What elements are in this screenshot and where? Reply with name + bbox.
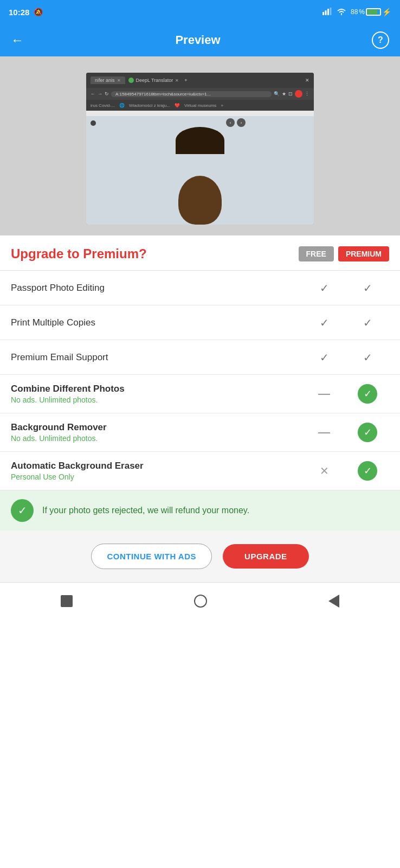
status-left: 10:28 🔕 <box>9 8 43 17</box>
feature-row-autobg: Automatic Background Eraser Personal Use… <box>0 452 400 490</box>
bookmark-3: Virtual museums <box>184 103 216 108</box>
search-icon: 🔍 <box>274 91 280 97</box>
feature-subtitle-bgremover: No ads. Unlimited photos. <box>11 434 302 443</box>
check-circle-premium-combine: ✓ <box>358 384 377 404</box>
status-right: 88 % ⚡ <box>322 8 391 17</box>
nav-bar <box>0 582 400 617</box>
close-window-icon: ✕ <box>305 78 309 83</box>
close-nav-circle <box>91 120 96 126</box>
status-bar: 10:28 🔕 88 % ⚡ <box>0 0 400 24</box>
bookmark-2: Wiadomości z kraju... <box>129 103 170 108</box>
check-icon-free-email: ✓ <box>320 351 329 364</box>
tab-close-icon: ✕ <box>117 78 121 83</box>
feature-free-bgremover: — <box>302 425 346 439</box>
feature-info-autobg: Automatic Background Eraser Personal Use… <box>11 461 302 481</box>
check-icon-premium-print: ✓ <box>363 316 372 329</box>
more-bookmarks-icon: » <box>221 103 223 108</box>
bookmark-separator: 🌐 <box>119 103 125 108</box>
refund-banner: ✓ If your photo gets rejected, we will r… <box>0 490 400 531</box>
feature-premium-autobg: ✓ <box>346 461 389 481</box>
feature-name-combine: Combine Different Photos <box>11 384 302 394</box>
dash-icon-free-combine: — <box>318 387 330 401</box>
battery-indicator: 88 % ⚡ <box>351 8 391 16</box>
feature-premium-combine: ✓ <box>346 384 389 404</box>
feature-premium-email: ✓ <box>346 351 389 364</box>
feature-table: Passport Photo Editing ✓ ✓ Print Multipl… <box>0 271 400 490</box>
feature-free-passport: ✓ <box>302 282 346 295</box>
check-icon-free-passport: ✓ <box>320 282 329 295</box>
cross-icon-free-autobg: ✕ <box>320 464 329 477</box>
feature-row-combine: Combine Different Photos No ads. Unlimit… <box>0 375 400 413</box>
upgrade-header: Upgrade to Premium? FREE PREMIUM <box>0 235 400 271</box>
battery-box <box>366 8 381 16</box>
feature-premium-passport: ✓ <box>346 282 389 295</box>
upgrade-title: Upgrade to Premium? <box>11 246 147 261</box>
nav-home-button[interactable] <box>194 595 207 608</box>
avatar-icon <box>295 90 302 98</box>
feature-name-print: Print Multiple Copies <box>11 317 302 328</box>
new-tab-icon: + <box>184 78 187 83</box>
feature-info-combine: Combine Different Photos No ads. Unlimit… <box>11 384 302 404</box>
back-button[interactable]: ← <box>11 33 24 48</box>
page-title: Preview <box>175 33 220 47</box>
buttons-area: CONTINUE WITH ADS UPGRADE <box>0 531 400 582</box>
feature-name-email: Premium Email Support <box>11 352 302 363</box>
feature-info-bgremover: Background Remover No ads. Unlimited pho… <box>11 422 302 443</box>
feature-name-bgremover: Background Remover <box>11 422 302 433</box>
menu-icon: ⋮ <box>305 91 309 97</box>
battery-percent: % <box>359 8 365 16</box>
nav-controls: ‹ › <box>226 118 246 127</box>
browser-tab-2: DeepL Translator ✕ <box>128 78 179 83</box>
svg-rect-0 <box>322 12 324 15</box>
feature-subtitle-combine: No ads. Unlimited photos. <box>11 395 302 404</box>
tab-close-icon-2: ✕ <box>175 78 179 83</box>
browser-url-bar: ← → ↻ A:15849547971618tbm=isch&source=iu… <box>86 88 314 100</box>
nav-square-button[interactable] <box>61 595 73 607</box>
feature-free-print: ✓ <box>302 316 346 329</box>
wifi-icon <box>337 8 346 17</box>
check-icon-premium-email: ✓ <box>363 351 372 364</box>
nav-back-button[interactable] <box>328 595 339 608</box>
bookmark-1: irus Covid-... <box>91 103 115 108</box>
tab-switcher-icon: ⊡ <box>288 91 293 97</box>
feature-info-print: Print Multiple Copies <box>11 317 302 328</box>
app-header: ← Preview ? <box>0 24 400 56</box>
browser-bookmarks: irus Covid-... 🌐 Wiadomości z kraju... ❤… <box>86 100 314 111</box>
photo-hair <box>176 127 224 154</box>
plan-badges: FREE PREMIUM <box>299 246 389 261</box>
check-circle-premium-autobg: ✓ <box>358 461 377 481</box>
svg-rect-3 <box>330 8 331 15</box>
feature-info-passport: Passport Photo Editing <box>11 283 302 293</box>
check-circle-premium-bgremover: ✓ <box>358 423 377 442</box>
signal-icon <box>322 8 332 17</box>
feature-row-print: Print Multiple Copies ✓ ✓ <box>0 305 400 340</box>
feature-row-email: Premium Email Support ✓ ✓ <box>0 340 400 375</box>
back-nav-icon: ← <box>91 91 95 97</box>
svg-rect-1 <box>325 10 326 15</box>
battery-level: 88 <box>351 8 358 16</box>
feature-free-combine: — <box>302 387 346 401</box>
browser-content: ‹ › <box>86 111 314 225</box>
content-area: Upgrade to Premium? FREE PREMIUM Passpor… <box>0 235 400 868</box>
preview-area: nifer anis ✕ DeepL Translator ✕ + ✕ ← → … <box>0 56 400 235</box>
battery-fill <box>367 10 377 14</box>
feature-subtitle-autobg: Personal Use Only <box>11 473 302 481</box>
refund-text: If your photo gets rejected, we will ref… <box>42 505 249 516</box>
feature-info-email: Premium Email Support <box>11 352 302 363</box>
charging-icon: ⚡ <box>382 8 391 16</box>
help-button[interactable]: ? <box>372 31 389 49</box>
heart-icon: ❤️ <box>175 103 180 108</box>
browser-mockup: nifer anis ✕ DeepL Translator ✕ + ✕ ← → … <box>86 73 314 225</box>
feature-row-bgremover: Background Remover No ads. Unlimited pho… <box>0 413 400 452</box>
refund-check-icon: ✓ <box>11 499 34 522</box>
feature-name-autobg: Automatic Background Eraser <box>11 461 302 471</box>
feature-premium-print: ✓ <box>346 316 389 329</box>
svg-rect-2 <box>327 9 329 15</box>
photo-head <box>178 176 222 225</box>
free-badge: FREE <box>299 246 334 261</box>
upgrade-button[interactable]: UPGRADE <box>223 544 309 569</box>
continue-with-ads-button[interactable]: CONTINUE WITH ADS <box>91 544 212 569</box>
forward-nav-icon: → <box>98 91 102 97</box>
feature-premium-bgremover: ✓ <box>346 423 389 442</box>
browser-tab-1: nifer anis ✕ <box>91 76 125 84</box>
